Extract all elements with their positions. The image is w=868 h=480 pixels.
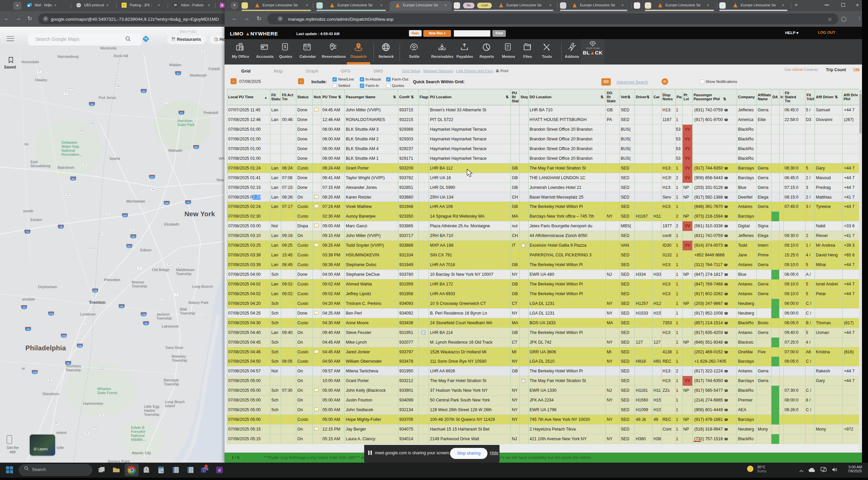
svg-text:$: $ <box>284 44 286 49</box>
svg-text:d: d <box>218 468 220 473</box>
svg-text:T: T <box>203 470 205 473</box>
svg-text:P: P <box>123 4 125 7</box>
